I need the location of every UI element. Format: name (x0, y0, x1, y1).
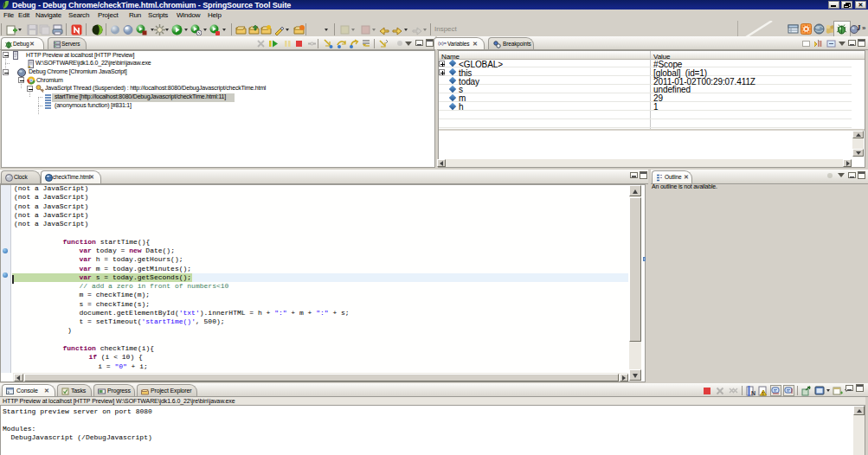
svg-text:!: ! (762, 391, 764, 396)
svg-text:N: N (751, 390, 755, 396)
svg-text:J: J (857, 23, 861, 32)
